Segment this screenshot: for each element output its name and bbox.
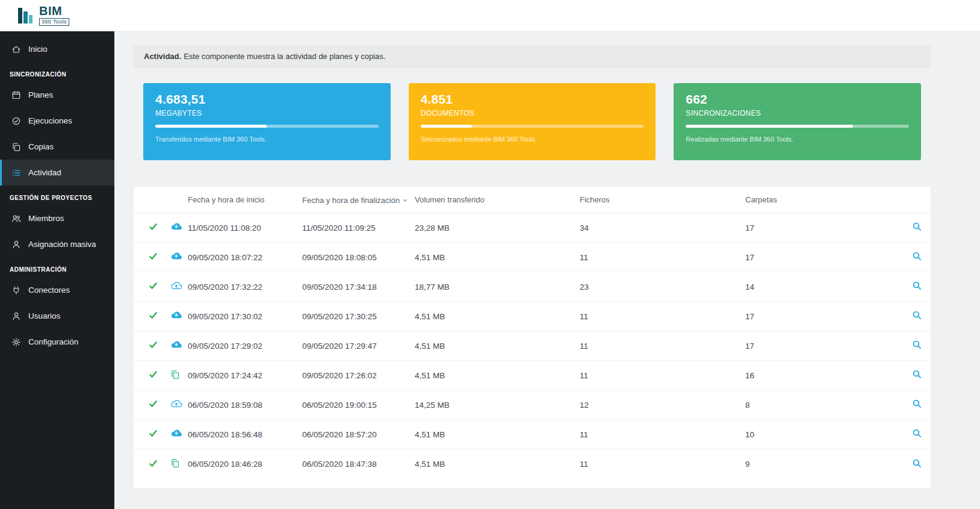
search-icon[interactable]	[912, 310, 922, 320]
folders-count: 16	[745, 371, 895, 380]
main-content: Actividad.Este componente muestra la act…	[114, 31, 980, 509]
stat-label: DOCUMENTOS	[421, 109, 644, 117]
volume-transferred: 23,28 MB	[415, 223, 580, 233]
search-icon[interactable]	[912, 340, 922, 350]
cloud-download-icon	[170, 311, 182, 320]
sidebar-item-asignacion-masiva[interactable]: Asignación masiva	[0, 231, 114, 257]
check-icon	[149, 429, 158, 438]
stat-value: 662	[686, 92, 909, 107]
sidebar-item-label: Inicio	[28, 45, 48, 54]
status-cell	[149, 459, 170, 470]
start-datetime: 09/05/2020 18:07:22	[188, 253, 302, 262]
copy-icon	[11, 142, 21, 152]
folders-count: 9	[745, 460, 895, 469]
status-cell	[149, 429, 170, 440]
table-header-row: Fecha y hora de inicioFecha y hora de fi…	[134, 187, 931, 213]
cloud-upload-icon	[170, 281, 182, 290]
search-icon[interactable]	[912, 222, 922, 232]
table-row: 09/05/2020 17:32:2209/05/2020 17:34:1818…	[134, 272, 931, 302]
search-icon[interactable]	[912, 399, 922, 409]
sidebar-item-label: Configuración	[28, 337, 78, 346]
table-row: 06/05/2020 18:59:0806/05/2020 19:00:1514…	[134, 390, 931, 420]
logo-bars-icon	[18, 6, 35, 25]
calendar-icon	[11, 90, 21, 100]
row-actions	[895, 458, 922, 470]
search-icon[interactable]	[912, 369, 922, 379]
files-count: 34	[580, 223, 745, 233]
status-cell	[149, 252, 170, 263]
volume-transferred: 4,51 MB	[415, 460, 580, 469]
end-datetime: 06/05/2020 18:57:20	[302, 430, 415, 439]
sidebar-item-conectores[interactable]: Conectores	[0, 277, 114, 303]
sidebar-item-label: Asignación masiva	[28, 240, 96, 249]
folders-count: 17	[745, 223, 895, 233]
volume-transferred: 4,51 MB	[415, 371, 580, 380]
check-icon	[149, 370, 158, 379]
end-datetime: 09/05/2020 17:29:47	[302, 342, 415, 351]
type-cell	[170, 399, 188, 410]
volume-transferred: 4,51 MB	[415, 312, 580, 321]
activity-table: Fecha y hora de inicioFecha y hora de fi…	[134, 187, 931, 489]
column-header-carpetas[interactable]: Carpetas	[745, 195, 895, 204]
sidebar-item-label: Actividad	[28, 168, 61, 177]
stat-label: MEGABYTES	[155, 109, 379, 117]
user-icon	[11, 240, 21, 249]
check-icon	[149, 252, 158, 261]
sidebar-item-usuarios[interactable]: Usuarios	[0, 303, 114, 329]
plug-icon	[11, 286, 21, 295]
sidebar-item-label: Ejecuciones	[28, 116, 72, 125]
column-header-ficheros[interactable]: Ficheros	[580, 195, 745, 204]
folders-count: 8	[745, 401, 895, 410]
stat-value: 4.683,51	[155, 92, 379, 107]
start-datetime: 06/05/2020 18:56:48	[188, 430, 302, 439]
sidebar-item-planes[interactable]: Planes	[0, 82, 114, 108]
volume-transferred: 18,77 MB	[415, 283, 580, 292]
table-row: 06/05/2020 18:46:2806/05/2020 18:47:384,…	[134, 449, 931, 479]
column-header-volumen-transferido[interactable]: Volumen transferido	[415, 195, 580, 204]
sidebar-item-miembros[interactable]: Miembros	[0, 205, 114, 231]
search-icon[interactable]	[912, 281, 922, 291]
end-datetime: 06/05/2020 18:47:38	[302, 460, 415, 469]
progress-bar	[421, 125, 644, 128]
sidebar-item-copias[interactable]: Copias	[0, 134, 114, 160]
user-icon	[11, 311, 21, 321]
column-header-fecha-y-hora-de-inicio[interactable]: Fecha y hora de inicio	[188, 195, 302, 204]
progress-bar-fill	[155, 125, 267, 128]
row-actions	[895, 251, 922, 263]
check-icon	[149, 399, 158, 408]
sidebar-item-actividad[interactable]: Actividad	[0, 160, 114, 186]
sidebar-item-ejecuciones[interactable]: Ejecuciones	[0, 108, 114, 134]
start-datetime: 09/05/2020 17:30:02	[188, 312, 302, 321]
progress-bar	[686, 125, 909, 128]
sidebar-item-label: Planes	[28, 90, 53, 99]
stat-caption: Realizadas mediante BIM 360 Tools.	[686, 136, 909, 143]
column-header-label: Fecha y hora de finalización	[302, 196, 400, 205]
files-count: 11	[580, 460, 745, 469]
users-icon	[11, 214, 21, 223]
search-icon[interactable]	[912, 428, 922, 439]
sidebar-item-inicio[interactable]: Inicio	[0, 36, 114, 62]
copy-doc-icon	[170, 370, 180, 379]
start-datetime: 06/05/2020 18:46:28	[188, 460, 302, 469]
progress-bar	[155, 125, 379, 128]
volume-transferred: 4,51 MB	[415, 253, 580, 262]
row-actions	[895, 281, 922, 293]
files-count: 11	[580, 312, 745, 321]
sidebar-item-label: Miembros	[28, 214, 64, 223]
volume-transferred: 4,51 MB	[415, 430, 580, 439]
search-icon[interactable]	[912, 458, 922, 469]
stat-card-documentos: 4.851DOCUMENTOSSincronizados mediante BI…	[409, 83, 656, 160]
cloud-download-icon	[170, 340, 182, 349]
files-count: 11	[580, 342, 745, 351]
files-count: 12	[580, 401, 745, 410]
files-count: 11	[580, 371, 745, 380]
check-icon	[149, 340, 158, 349]
end-datetime: 09/05/2020 17:30:25	[302, 312, 415, 321]
search-icon[interactable]	[912, 251, 922, 261]
sidebar: InicioSINCRONIZACIÓNPlanesEjecucionesCop…	[0, 31, 114, 509]
list-icon	[11, 168, 21, 178]
column-header-fecha-y-hora-de-finalizacion[interactable]: Fecha y hora de finalización	[302, 195, 415, 205]
bim-360-tools-logo[interactable]: BIM 360 Tools	[18, 5, 69, 26]
sidebar-item-configuracion[interactable]: Configuración	[0, 329, 114, 355]
alert-body: Este componente muestra la actividad de …	[184, 52, 385, 61]
